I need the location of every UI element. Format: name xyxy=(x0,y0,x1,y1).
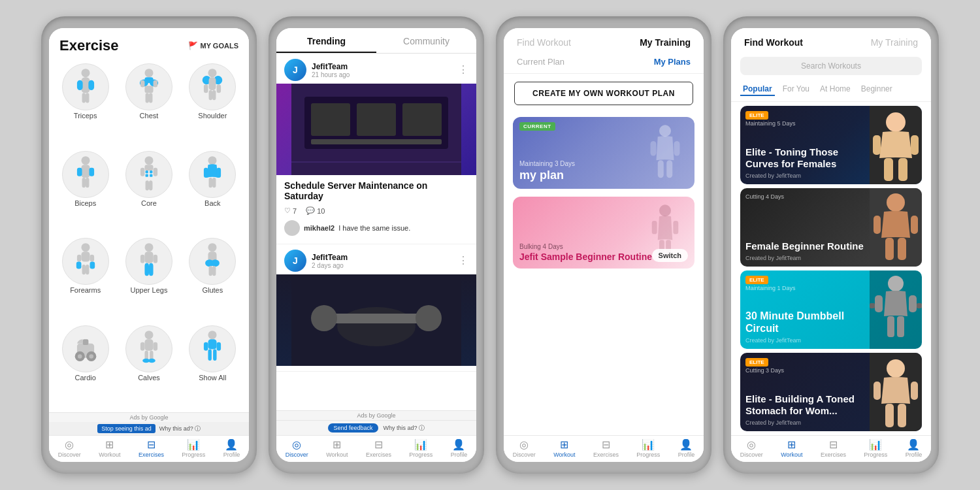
create-plan-button[interactable]: CREATE MY OWN WORKOUT PLAN xyxy=(514,82,693,105)
post-actions-1: ♡ 7 💬 10 xyxy=(276,204,476,218)
svg-point-23 xyxy=(81,156,90,165)
svg-rect-33 xyxy=(146,174,148,176)
plan-card-beginner[interactable]: Bulking 4 Days Jefit Sample Beginner Rou… xyxy=(513,197,694,269)
nav-discover-2[interactable]: ◎ Discover xyxy=(286,438,308,458)
svg-rect-5 xyxy=(86,93,89,103)
nav-progress-3[interactable]: 📊 Progress xyxy=(636,438,660,458)
workout-card-4[interactable]: ELITE Cutting 3 Days Elite - Building A … xyxy=(740,353,922,431)
workout-card-1[interactable]: ELITE Maintaining 5 Days Elite - Toning … xyxy=(740,106,922,184)
tab-find-workout-4[interactable]: Find Workout xyxy=(744,37,803,48)
post-like-1[interactable]: ♡ 7 xyxy=(284,206,297,215)
nav-progress-4[interactable]: 📊 Progress xyxy=(864,438,887,458)
plan-card-current[interactable]: CURRENT Maintaining 3 Days my plan xyxy=(513,117,694,189)
nav-workout-1[interactable]: ⊞ Workout xyxy=(99,438,120,458)
tab-community[interactable]: Community xyxy=(376,28,476,53)
filter-popular[interactable]: Popular xyxy=(740,83,775,96)
filter-at-home[interactable]: At Home xyxy=(817,83,853,96)
nav-discover-4[interactable]: ◎ Discover xyxy=(740,438,763,458)
nav-workout-4[interactable]: ⊞ Workout xyxy=(781,438,802,458)
nav-progress-2[interactable]: 📊 Progress xyxy=(409,438,433,458)
post-time-1: 21 hours ago xyxy=(312,71,453,78)
nav-profile-3[interactable]: 👤 Profile xyxy=(678,438,695,458)
muscle-circle-calves xyxy=(125,325,172,372)
training-subtabs: Current Plan My Plans xyxy=(504,54,704,74)
muscle-label-glutes: Glutes xyxy=(202,286,223,294)
post-options-1[interactable]: ⋮ xyxy=(458,65,468,75)
muscle-item-glutes[interactable]: Glutes xyxy=(183,238,242,321)
search-placeholder: Search Workouts xyxy=(801,61,861,71)
stop-ad-button-1[interactable]: Stop seeing this ad xyxy=(97,424,155,433)
post-card-2: J JefitTeam 2 days ago ⋮ xyxy=(276,244,476,372)
svg-rect-116 xyxy=(885,238,894,260)
flag-icon: 🚩 xyxy=(188,41,198,50)
nav-discover-1[interactable]: ◎ Discover xyxy=(58,438,81,458)
wc-meta-1: Maintaining 5 Days xyxy=(745,120,796,127)
svg-rect-115 xyxy=(911,216,918,234)
nav-exercises-2[interactable]: ⊟ Exercises xyxy=(366,438,391,458)
svg-rect-97 xyxy=(651,141,657,156)
svg-rect-11 xyxy=(140,80,145,88)
post-options-2[interactable]: ⋮ xyxy=(458,255,468,266)
svg-point-119 xyxy=(888,276,904,291)
post-meta-1: JefitTeam 21 hours ago xyxy=(312,62,453,78)
svg-rect-20 xyxy=(217,84,221,93)
muscle-item-forearms[interactable]: Forearms xyxy=(56,238,115,321)
tab-my-training-4[interactable]: My Training xyxy=(871,37,918,48)
svg-point-52 xyxy=(144,243,153,252)
subtab-current-plan[interactable]: Current Plan xyxy=(517,57,564,67)
muscle-item-upper-legs[interactable]: Upper Legs xyxy=(119,238,178,321)
svg-rect-27 xyxy=(82,177,85,187)
post-avatar-2: J xyxy=(284,250,306,272)
tab-find-workout-3[interactable]: Find Workout xyxy=(517,37,571,48)
bottom-nav-1: ◎ Discover ⊞ Workout ⊟ Exercises 📊 Progr… xyxy=(49,435,249,462)
nav-workout-3[interactable]: ⊞ Workout xyxy=(553,438,575,458)
muscle-item-calves[interactable]: Calves xyxy=(119,325,178,409)
muscle-item-show-all[interactable]: Show All xyxy=(183,325,242,409)
svg-rect-54 xyxy=(140,255,145,263)
switch-button[interactable]: Switch xyxy=(652,249,688,262)
muscle-circle-cardio xyxy=(62,325,109,372)
nav-profile-4[interactable]: 👤 Profile xyxy=(906,438,923,458)
post-comment-1[interactable]: 💬 10 xyxy=(306,206,325,215)
workout-card-3[interactable]: ELITE Maintaining 1 Days 30 Minute Dumbb… xyxy=(740,270,922,349)
svg-rect-18 xyxy=(209,77,216,90)
tab-trending[interactable]: Trending xyxy=(276,28,376,53)
nav-profile-2[interactable]: 👤 Profile xyxy=(451,438,468,458)
nav-exercises-1[interactable]: ⊟ Exercises xyxy=(139,438,164,458)
svg-point-70 xyxy=(144,331,153,339)
muscle-item-core[interactable]: Core xyxy=(119,151,178,235)
svg-rect-71 xyxy=(144,339,153,350)
muscle-item-biceps[interactable]: Biceps xyxy=(56,151,115,235)
svg-rect-131 xyxy=(898,404,906,427)
svg-point-58 xyxy=(208,243,217,252)
nav-progress-1[interactable]: 📊 Progress xyxy=(182,438,205,458)
muscle-item-triceps[interactable]: Triceps xyxy=(56,63,115,147)
muscle-item-chest[interactable]: Chest xyxy=(119,63,178,147)
filter-beginner[interactable]: Beginner xyxy=(858,83,895,96)
workout-card-2[interactable]: Cutting 4 Days Female Beginner Routine C… xyxy=(740,188,922,267)
posts-scroll: J JefitTeam 21 hours ago ⋮ xyxy=(276,54,476,410)
wc-photo-3 xyxy=(870,270,922,349)
muscle-item-back[interactable]: Back xyxy=(183,151,242,235)
search-workouts-input[interactable]: Search Workouts xyxy=(740,57,922,75)
muscle-circle-back xyxy=(189,151,236,198)
nav-workout-2[interactable]: ⊞ Workout xyxy=(326,438,348,458)
subtab-my-plans[interactable]: My Plans xyxy=(654,57,691,67)
muscle-item-cardio[interactable]: Cardio xyxy=(56,325,115,409)
phone-3-shell: Find Workout My Training Current Plan My… xyxy=(496,16,711,474)
my-goals-button[interactable]: 🚩 MY GOALS xyxy=(188,41,238,50)
wc-photo-4 xyxy=(870,353,922,431)
muscle-circle-triceps xyxy=(62,63,109,110)
nav-workout-label-1: Workout xyxy=(99,451,120,458)
discover-icon-1: ◎ xyxy=(65,438,74,451)
muscle-item-shoulder[interactable]: Shoulder xyxy=(183,63,242,147)
filter-for-you[interactable]: For You xyxy=(780,83,812,96)
nav-exercises-4[interactable]: ⊟ Exercises xyxy=(821,438,846,458)
exercises-icon-1: ⊟ xyxy=(147,438,155,451)
nav-profile-1[interactable]: 👤 Profile xyxy=(223,438,240,458)
send-feedback-button[interactable]: Send feedback xyxy=(328,423,378,433)
tab-my-training-3[interactable]: My Training xyxy=(640,37,691,48)
nav-discover-3[interactable]: ◎ Discover xyxy=(513,438,536,458)
progress-icon-4: 📊 xyxy=(869,438,882,451)
nav-exercises-3[interactable]: ⊟ Exercises xyxy=(593,438,619,458)
